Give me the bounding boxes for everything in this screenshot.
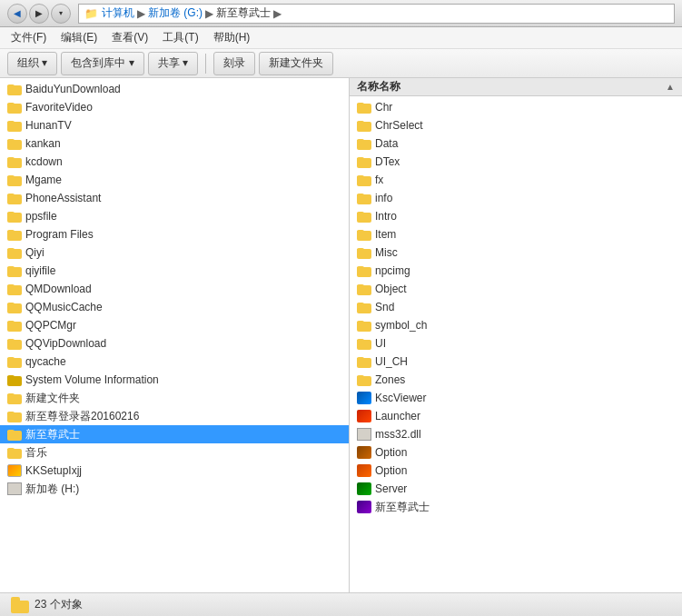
app-icon	[7, 464, 22, 477]
game-icon	[357, 501, 371, 513]
right-panel: 名称 名称 ▲ Chr ChrSelect Data DTex	[350, 78, 682, 592]
table-row[interactable]: Misc	[350, 243, 682, 262]
folder-icon	[357, 301, 371, 313]
list-item[interactable]: qycache	[0, 353, 349, 371]
burn-button[interactable]: 刻录	[213, 52, 255, 75]
option2-icon	[357, 464, 371, 477]
table-row[interactable]: Launcher	[350, 407, 682, 425]
folder-icon	[7, 155, 22, 168]
menu-view[interactable]: 查看(V)	[104, 28, 155, 47]
table-row[interactable]: Server	[350, 480, 682, 498]
table-row[interactable]: 新至尊武士	[350, 498, 682, 516]
folder-icon	[357, 101, 371, 114]
right-scroll-area[interactable]: Chr ChrSelect Data DTex fx info	[350, 96, 682, 592]
folder-icon	[7, 228, 22, 241]
table-row[interactable]: info	[350, 189, 682, 207]
folder-icon	[7, 137, 22, 150]
menu-file[interactable]: 文件(F)	[4, 28, 54, 47]
left-scroll-area[interactable]: BaiduYunDownload FavoriteVideo HunanTV k…	[0, 78, 349, 592]
table-row[interactable]: Intro	[350, 207, 682, 225]
list-item[interactable]: Qiyi	[0, 243, 349, 262]
table-row[interactable]: ChrSelect	[350, 116, 682, 134]
menu-help[interactable]: 帮助(H)	[206, 28, 258, 47]
list-item[interactable]: QQMusicCache	[0, 298, 349, 316]
folder-icon	[357, 155, 371, 168]
list-item[interactable]: 新至尊登录器20160216	[0, 407, 349, 425]
table-row[interactable]: Option	[350, 443, 682, 462]
list-item[interactable]: PhoneAssistant	[0, 189, 349, 207]
table-row[interactable]: Data	[350, 134, 682, 153]
folder-icon	[357, 264, 371, 277]
list-item[interactable]: HunanTV	[0, 116, 349, 134]
folder-icon	[357, 319, 371, 332]
table-row[interactable]: Option	[350, 462, 682, 480]
table-row[interactable]: symbol_ch	[350, 316, 682, 334]
column-name: 名称	[357, 79, 379, 94]
toolbar-sep	[205, 54, 206, 74]
table-row[interactable]: Zones	[350, 371, 682, 389]
list-item[interactable]: QQPCMgr	[0, 316, 349, 334]
list-item[interactable]: qiyifile	[0, 262, 349, 280]
main-content: BaiduYunDownload FavoriteVideo HunanTV k…	[0, 78, 682, 592]
address-computer[interactable]: 计算机	[102, 5, 134, 21]
folder-icon	[357, 137, 371, 150]
toolbar: 组织 ▾ 包含到库中 ▾ 共享 ▾ 刻录 新建文件夹	[0, 49, 682, 78]
list-item[interactable]: Program Files	[0, 225, 349, 243]
list-item[interactable]: kcdown	[0, 153, 349, 171]
table-row[interactable]: Chr	[350, 98, 682, 116]
list-item[interactable]: 新建文件夹	[0, 389, 349, 407]
dropdown-button[interactable]: ▾	[51, 4, 71, 24]
list-item[interactable]: QQVipDownload	[0, 334, 349, 353]
menu-bar: 文件(F) 编辑(E) 查看(V) 工具(T) 帮助(H)	[0, 27, 682, 49]
folder-icon	[7, 392, 22, 404]
address-drive[interactable]: 新加卷 (G:)	[148, 5, 203, 21]
table-row[interactable]: UI	[350, 334, 682, 353]
folder-icon	[7, 410, 22, 422]
list-item[interactable]: ppsfile	[0, 207, 349, 225]
menu-edit[interactable]: 编辑(E)	[54, 28, 104, 47]
list-item[interactable]: Mgame	[0, 171, 349, 189]
folder-icon-system	[7, 373, 22, 386]
address-bar[interactable]: 📁 计算机 ▶ 新加卷 (G:) ▶ 新至尊武士 ▶	[78, 4, 675, 24]
list-item[interactable]: FavoriteVideo	[0, 98, 349, 116]
folder-icon	[7, 246, 22, 259]
share-button[interactable]: 共享 ▾	[148, 52, 198, 75]
table-row[interactable]: Snd	[350, 298, 682, 316]
menu-tools[interactable]: 工具(T)	[155, 28, 205, 47]
table-row[interactable]: Object	[350, 280, 682, 298]
table-row[interactable]: mss32.dll	[350, 425, 682, 443]
table-row[interactable]: UI_CH	[350, 353, 682, 371]
list-item[interactable]: BaiduYunDownload	[0, 80, 349, 98]
list-item[interactable]: KKSetupIxjj	[0, 462, 349, 480]
back-button[interactable]: ◀	[7, 4, 27, 24]
folder-icon	[7, 283, 22, 295]
folder-icon	[7, 428, 22, 441]
table-row[interactable]: KscViewer	[350, 389, 682, 407]
folder-icon	[357, 337, 371, 350]
list-item[interactable]: kankan	[0, 134, 349, 153]
folder-icon	[7, 301, 22, 313]
sort-arrow: ▲	[666, 82, 675, 92]
status-folder-icon	[11, 597, 29, 613]
table-row[interactable]: DTex	[350, 153, 682, 171]
table-row[interactable]: fx	[350, 171, 682, 189]
forward-button[interactable]: ▶	[29, 4, 49, 24]
new-folder-button[interactable]: 新建文件夹	[259, 52, 333, 75]
nav-buttons: ◀ ▶ ▾	[7, 4, 71, 24]
folder-icon-address: 📁	[84, 7, 98, 20]
drive-icon	[7, 482, 22, 495]
library-button[interactable]: 包含到库中 ▾	[61, 52, 143, 75]
organize-button[interactable]: 组织 ▾	[7, 52, 57, 75]
table-row[interactable]: npcimg	[350, 262, 682, 280]
list-item-selected[interactable]: 新至尊武士	[0, 425, 349, 443]
list-item[interactable]: QMDownload	[0, 280, 349, 298]
status-bar: 23 个对象	[0, 592, 682, 616]
list-item[interactable]: 音乐	[0, 443, 349, 462]
launcher-icon	[357, 410, 371, 422]
list-item[interactable]: System Volume Information	[0, 371, 349, 389]
list-item-drive[interactable]: 新加卷 (H:)	[0, 480, 349, 498]
table-row[interactable]: Item	[350, 225, 682, 243]
folder-icon	[7, 119, 22, 132]
folder-icon	[7, 210, 22, 223]
option1-icon	[357, 446, 371, 459]
